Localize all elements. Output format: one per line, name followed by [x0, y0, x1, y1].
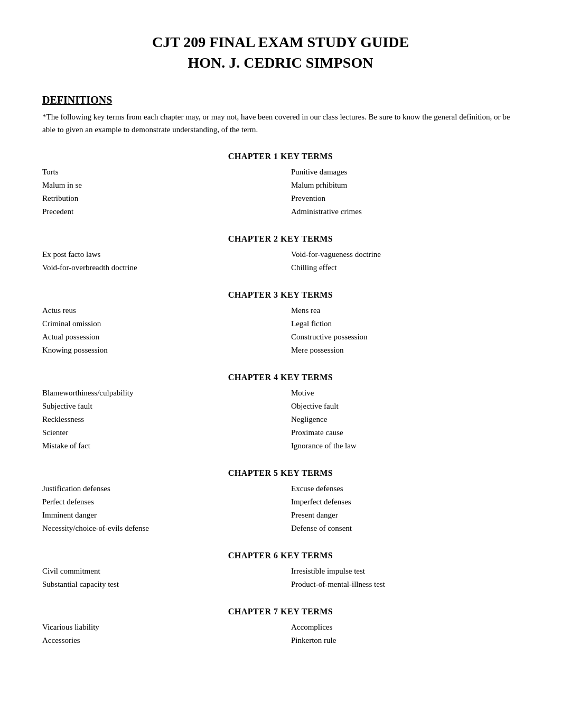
chapter-4-term-2-left: Recklessness — [42, 414, 280, 425]
chapter-4-term-4-left: Mistake of fact — [42, 440, 280, 451]
chapter-2-term-1-right: Chilling effect — [280, 262, 519, 273]
chapter-2-terms-grid: Ex post facto lawsVoid-for-vagueness doc… — [42, 249, 519, 273]
chapter-2-term-0-right: Void-for-vagueness doctrine — [280, 249, 519, 260]
chapter-1-term-2-left: Retribution — [42, 193, 280, 204]
chapter-7-term-0-left: Vicarious liability — [42, 622, 280, 633]
chapter-6-term-0-right: Irresistible impulse test — [280, 566, 519, 577]
definitions-heading: DEFINITIONS — [42, 94, 519, 106]
chapters-container: CHAPTER 1 KEY TERMSTortsPunitive damages… — [42, 152, 519, 646]
chapter-5-term-2-left: Imminent danger — [42, 510, 280, 521]
chapter-4-term-0-left: Blameworthiness/culpability — [42, 388, 280, 399]
chapter-5-term-3-left: Necessity/choice-of-evils defense — [42, 523, 280, 534]
chapter-6-term-1-left: Substantial capacity test — [42, 579, 280, 590]
chapter-6-heading: CHAPTER 6 KEY TERMS — [42, 551, 519, 560]
chapter-3-term-3-left: Knowing possession — [42, 345, 280, 356]
chapter-1-section: CHAPTER 1 KEY TERMSTortsPunitive damages… — [42, 152, 519, 217]
chapter-5-heading: CHAPTER 5 KEY TERMS — [42, 468, 519, 478]
definitions-text: *The following key terms from each chapt… — [42, 110, 519, 136]
chapter-2-section: CHAPTER 2 KEY TERMSEx post facto lawsVoi… — [42, 234, 519, 273]
chapter-3-term-2-right: Constructive possession — [280, 331, 519, 343]
chapter-4-term-0-right: Motive — [280, 388, 519, 399]
chapter-1-term-3-left: Precedent — [42, 206, 280, 217]
chapter-4-section: CHAPTER 4 KEY TERMSBlameworthiness/culpa… — [42, 373, 519, 451]
chapter-5-term-1-left: Perfect defenses — [42, 496, 280, 508]
chapter-3-term-0-left: Actus reus — [42, 305, 280, 316]
chapter-3-terms-grid: Actus reusMens reaCriminal omissionLegal… — [42, 305, 519, 356]
chapter-1-term-1-right: Malum prhibitum — [280, 180, 519, 191]
chapter-5-term-3-right: Defense of consent — [280, 523, 519, 534]
chapter-5-term-0-left: Justification defenses — [42, 483, 280, 494]
chapter-4-heading: CHAPTER 4 KEY TERMS — [42, 373, 519, 382]
chapter-5-term-1-right: Imperfect defenses — [280, 496, 519, 508]
chapter-5-terms-grid: Justification defensesExcuse defensesPer… — [42, 483, 519, 534]
chapter-4-term-4-right: Ignorance of the law — [280, 440, 519, 451]
chapter-7-terms-grid: Vicarious liabilityAccomplicesAccessorie… — [42, 622, 519, 646]
chapter-5-term-2-right: Present danger — [280, 510, 519, 521]
chapter-7-heading: CHAPTER 7 KEY TERMS — [42, 607, 519, 616]
chapter-1-heading: CHAPTER 1 KEY TERMS — [42, 152, 519, 161]
title-line2: HON. J. CEDRIC SIMPSON — [188, 54, 373, 71]
chapter-6-section: CHAPTER 6 KEY TERMSCivil commitmentIrres… — [42, 551, 519, 590]
chapter-1-term-0-left: Torts — [42, 167, 280, 178]
chapter-4-term-2-right: Negligence — [280, 414, 519, 425]
chapter-4-term-1-left: Subjective fault — [42, 401, 280, 412]
title-line1: CJT 209 FINAL EXAM STUDY GUIDE — [152, 34, 409, 50]
chapter-6-term-1-right: Product-of-mental-illness test — [280, 579, 519, 590]
chapter-3-term-3-right: Mere possession — [280, 345, 519, 356]
chapter-3-section: CHAPTER 3 KEY TERMSActus reusMens reaCri… — [42, 290, 519, 356]
chapter-3-term-0-right: Mens rea — [280, 305, 519, 316]
chapter-3-term-2-left: Actual possession — [42, 331, 280, 343]
page-title: CJT 209 FINAL EXAM STUDY GUIDE HON. J. C… — [42, 32, 519, 73]
chapter-5-section: CHAPTER 5 KEY TERMSJustification defense… — [42, 468, 519, 534]
chapter-6-terms-grid: Civil commitmentIrresistible impulse tes… — [42, 566, 519, 590]
definitions-section: DEFINITIONS *The following key terms fro… — [42, 94, 519, 136]
chapter-3-term-1-left: Criminal omission — [42, 318, 280, 329]
chapter-1-term-3-right: Administrative crimes — [280, 206, 519, 217]
chapter-1-terms-grid: TortsPunitive damagesMalum in seMalum pr… — [42, 167, 519, 217]
chapter-2-heading: CHAPTER 2 KEY TERMS — [42, 234, 519, 244]
chapter-1-term-1-left: Malum in se — [42, 180, 280, 191]
chapter-5-term-0-right: Excuse defenses — [280, 483, 519, 494]
chapter-3-heading: CHAPTER 3 KEY TERMS — [42, 290, 519, 300]
chapter-1-term-2-right: Prevention — [280, 193, 519, 204]
chapter-1-term-0-right: Punitive damages — [280, 167, 519, 178]
chapter-4-term-3-right: Proximate cause — [280, 427, 519, 438]
chapter-7-term-0-right: Accomplices — [280, 622, 519, 633]
chapter-7-section: CHAPTER 7 KEY TERMSVicarious liabilityAc… — [42, 607, 519, 646]
chapter-4-terms-grid: Blameworthiness/culpabilityMotiveSubject… — [42, 388, 519, 451]
chapter-2-term-1-left: Void-for-overbreadth doctrine — [42, 262, 280, 273]
chapter-4-term-3-left: Scienter — [42, 427, 280, 438]
chapter-4-term-1-right: Objective fault — [280, 401, 519, 412]
chapter-6-term-0-left: Civil commitment — [42, 566, 280, 577]
chapter-7-term-1-left: Accessories — [42, 635, 280, 646]
chapter-3-term-1-right: Legal fiction — [280, 318, 519, 329]
chapter-2-term-0-left: Ex post facto laws — [42, 249, 280, 260]
chapter-7-term-1-right: Pinkerton rule — [280, 635, 519, 646]
